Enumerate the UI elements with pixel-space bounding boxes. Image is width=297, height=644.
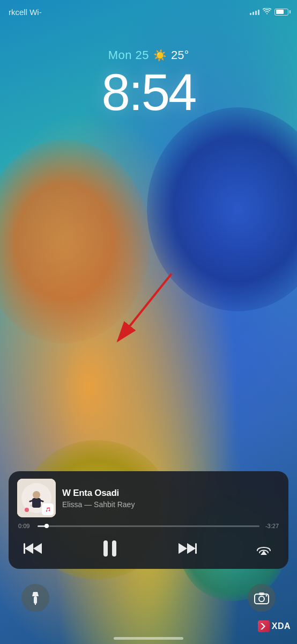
song-title: W Enta Osadi: [62, 488, 280, 499]
svg-marker-27: [261, 623, 265, 630]
progress-bar[interactable]: [38, 525, 259, 527]
rewind-button[interactable]: [21, 537, 45, 560]
progress-bar-container[interactable]: 0:09 -3:27: [17, 523, 280, 529]
current-time: 0:09: [18, 523, 33, 529]
svg-line-1: [118, 274, 172, 341]
temperature-text: 25°: [171, 48, 189, 62]
svg-rect-21: [34, 596, 37, 604]
music-player-widget: W Enta Osadi Elissa — Sahbit Raey 0:09 -…: [9, 471, 288, 569]
time-display: 8:54: [102, 67, 196, 118]
svg-rect-14: [24, 543, 25, 554]
svg-marker-20: [261, 551, 267, 555]
date-text: Mon 25: [108, 48, 149, 62]
airplay-button[interactable]: [252, 537, 276, 560]
svg-rect-19: [195, 543, 197, 554]
svg-marker-17: [179, 543, 187, 554]
music-top-row: W Enta Osadi Elissa — Sahbit Raey: [17, 479, 280, 517]
svg-point-24: [259, 596, 264, 602]
xda-text: XDA: [272, 621, 291, 631]
svg-rect-16: [112, 540, 116, 557]
wifi-icon: [263, 8, 271, 16]
pause-button[interactable]: [98, 537, 122, 560]
song-artist: Elissa — Sahbit Raey: [62, 500, 280, 509]
xda-logo-icon: [258, 620, 270, 632]
signal-bar-3: [255, 11, 257, 15]
signal-bar-4: [258, 10, 259, 15]
album-art-background: [17, 479, 56, 517]
apple-music-badge: [42, 503, 54, 515]
svg-marker-13: [33, 543, 42, 554]
annotation-arrow: [86, 258, 193, 365]
xda-watermark: XDA: [258, 620, 291, 632]
home-indicator[interactable]: [114, 637, 183, 640]
svg-rect-15: [103, 540, 108, 557]
flashlight-button[interactable]: [21, 584, 49, 612]
svg-point-26: [266, 595, 268, 597]
svg-marker-18: [187, 543, 196, 554]
weather-icon: ☀️: [153, 49, 167, 62]
remaining-time: -3:27: [264, 523, 279, 529]
status-bar: rkcell Wi-: [0, 0, 297, 24]
svg-rect-11: [43, 505, 52, 514]
status-right: [250, 8, 288, 16]
fast-forward-button[interactable]: [175, 537, 199, 560]
lock-content: Mon 25 ☀️ 25° 8:54: [0, 48, 297, 118]
signal-bar-2: [253, 12, 254, 15]
svg-point-9: [25, 508, 29, 512]
date-weather: Mon 25 ☀️ 25°: [108, 48, 189, 62]
signal-bar-1: [250, 13, 251, 15]
playback-controls: [17, 537, 280, 560]
svg-marker-12: [25, 543, 33, 554]
album-art: [17, 479, 56, 517]
svg-rect-5: [32, 498, 41, 508]
music-info: W Enta Osadi Elissa — Sahbit Raey: [62, 488, 280, 509]
camera-button[interactable]: [248, 584, 276, 612]
battery-icon: [274, 9, 288, 16]
battery-fill: [276, 10, 284, 14]
bottom-controls: [0, 584, 297, 612]
signal-icon: [250, 9, 259, 15]
svg-point-6: [33, 491, 40, 499]
carrier-text: rkcell Wi-: [9, 8, 42, 17]
progress-scrubber[interactable]: [44, 524, 49, 528]
svg-rect-25: [259, 592, 264, 595]
